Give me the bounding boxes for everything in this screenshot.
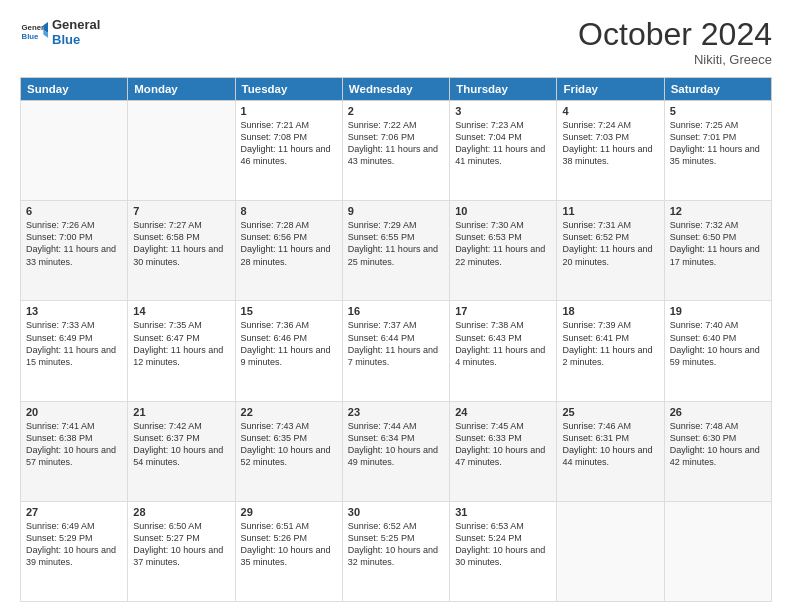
- day-number-2: 2: [348, 105, 444, 117]
- day-info-7: Sunrise: 7:27 AMSunset: 6:58 PMDaylight:…: [133, 219, 229, 268]
- cell-1-6: 12Sunrise: 7:32 AMSunset: 6:50 PMDayligh…: [664, 201, 771, 301]
- svg-text:Blue: Blue: [22, 32, 40, 41]
- day-info-22: Sunrise: 7:43 AMSunset: 6:35 PMDaylight:…: [241, 420, 337, 469]
- header-friday: Friday: [557, 78, 664, 101]
- day-number-26: 26: [670, 406, 766, 418]
- cell-4-2: 29Sunrise: 6:51 AMSunset: 5:26 PMDayligh…: [235, 501, 342, 601]
- cell-2-0: 13Sunrise: 7:33 AMSunset: 6:49 PMDayligh…: [21, 301, 128, 401]
- cell-1-3: 9Sunrise: 7:29 AMSunset: 6:55 PMDaylight…: [342, 201, 449, 301]
- day-number-29: 29: [241, 506, 337, 518]
- day-info-13: Sunrise: 7:33 AMSunset: 6:49 PMDaylight:…: [26, 319, 122, 368]
- logo: General Blue General Blue: [20, 18, 100, 48]
- cell-0-4: 3Sunrise: 7:23 AMSunset: 7:04 PMDaylight…: [450, 101, 557, 201]
- day-info-23: Sunrise: 7:44 AMSunset: 6:34 PMDaylight:…: [348, 420, 444, 469]
- week-row-3: 20Sunrise: 7:41 AMSunset: 6:38 PMDayligh…: [21, 401, 772, 501]
- month-title: October 2024: [578, 18, 772, 50]
- day-info-15: Sunrise: 7:36 AMSunset: 6:46 PMDaylight:…: [241, 319, 337, 368]
- day-number-10: 10: [455, 205, 551, 217]
- day-info-14: Sunrise: 7:35 AMSunset: 6:47 PMDaylight:…: [133, 319, 229, 368]
- cell-1-4: 10Sunrise: 7:30 AMSunset: 6:53 PMDayligh…: [450, 201, 557, 301]
- cell-3-0: 20Sunrise: 7:41 AMSunset: 6:38 PMDayligh…: [21, 401, 128, 501]
- logo-general: General: [52, 18, 100, 33]
- day-number-3: 3: [455, 105, 551, 117]
- day-info-12: Sunrise: 7:32 AMSunset: 6:50 PMDaylight:…: [670, 219, 766, 268]
- weekday-header-row: Sunday Monday Tuesday Wednesday Thursday…: [21, 78, 772, 101]
- calendar-table: Sunday Monday Tuesday Wednesday Thursday…: [20, 77, 772, 602]
- cell-4-0: 27Sunrise: 6:49 AMSunset: 5:29 PMDayligh…: [21, 501, 128, 601]
- cell-3-3: 23Sunrise: 7:44 AMSunset: 6:34 PMDayligh…: [342, 401, 449, 501]
- day-info-16: Sunrise: 7:37 AMSunset: 6:44 PMDaylight:…: [348, 319, 444, 368]
- week-row-2: 13Sunrise: 7:33 AMSunset: 6:49 PMDayligh…: [21, 301, 772, 401]
- page: General Blue General Blue October 2024 N…: [0, 0, 792, 612]
- day-info-9: Sunrise: 7:29 AMSunset: 6:55 PMDaylight:…: [348, 219, 444, 268]
- day-number-25: 25: [562, 406, 658, 418]
- day-info-8: Sunrise: 7:28 AMSunset: 6:56 PMDaylight:…: [241, 219, 337, 268]
- day-number-28: 28: [133, 506, 229, 518]
- day-info-11: Sunrise: 7:31 AMSunset: 6:52 PMDaylight:…: [562, 219, 658, 268]
- day-info-19: Sunrise: 7:40 AMSunset: 6:40 PMDaylight:…: [670, 319, 766, 368]
- day-info-3: Sunrise: 7:23 AMSunset: 7:04 PMDaylight:…: [455, 119, 551, 168]
- day-number-11: 11: [562, 205, 658, 217]
- day-number-22: 22: [241, 406, 337, 418]
- day-info-21: Sunrise: 7:42 AMSunset: 6:37 PMDaylight:…: [133, 420, 229, 469]
- header-wednesday: Wednesday: [342, 78, 449, 101]
- cell-2-6: 19Sunrise: 7:40 AMSunset: 6:40 PMDayligh…: [664, 301, 771, 401]
- day-number-27: 27: [26, 506, 122, 518]
- cell-4-5: [557, 501, 664, 601]
- cell-3-6: 26Sunrise: 7:48 AMSunset: 6:30 PMDayligh…: [664, 401, 771, 501]
- header-saturday: Saturday: [664, 78, 771, 101]
- day-info-4: Sunrise: 7:24 AMSunset: 7:03 PMDaylight:…: [562, 119, 658, 168]
- day-number-23: 23: [348, 406, 444, 418]
- cell-0-0: [21, 101, 128, 201]
- header-thursday: Thursday: [450, 78, 557, 101]
- day-info-28: Sunrise: 6:50 AMSunset: 5:27 PMDaylight:…: [133, 520, 229, 569]
- day-number-12: 12: [670, 205, 766, 217]
- day-info-18: Sunrise: 7:39 AMSunset: 6:41 PMDaylight:…: [562, 319, 658, 368]
- day-info-1: Sunrise: 7:21 AMSunset: 7:08 PMDaylight:…: [241, 119, 337, 168]
- day-info-26: Sunrise: 7:48 AMSunset: 6:30 PMDaylight:…: [670, 420, 766, 469]
- logo-blue: Blue: [52, 33, 100, 48]
- title-block: October 2024 Nikiti, Greece: [578, 18, 772, 67]
- cell-2-4: 17Sunrise: 7:38 AMSunset: 6:43 PMDayligh…: [450, 301, 557, 401]
- cell-4-4: 31Sunrise: 6:53 AMSunset: 5:24 PMDayligh…: [450, 501, 557, 601]
- location: Nikiti, Greece: [578, 52, 772, 67]
- day-number-24: 24: [455, 406, 551, 418]
- header-tuesday: Tuesday: [235, 78, 342, 101]
- day-info-24: Sunrise: 7:45 AMSunset: 6:33 PMDaylight:…: [455, 420, 551, 469]
- day-number-14: 14: [133, 305, 229, 317]
- day-info-29: Sunrise: 6:51 AMSunset: 5:26 PMDaylight:…: [241, 520, 337, 569]
- cell-0-1: [128, 101, 235, 201]
- day-number-4: 4: [562, 105, 658, 117]
- week-row-1: 6Sunrise: 7:26 AMSunset: 7:00 PMDaylight…: [21, 201, 772, 301]
- day-number-13: 13: [26, 305, 122, 317]
- cell-2-2: 15Sunrise: 7:36 AMSunset: 6:46 PMDayligh…: [235, 301, 342, 401]
- day-info-25: Sunrise: 7:46 AMSunset: 6:31 PMDaylight:…: [562, 420, 658, 469]
- day-info-6: Sunrise: 7:26 AMSunset: 7:00 PMDaylight:…: [26, 219, 122, 268]
- day-number-19: 19: [670, 305, 766, 317]
- cell-0-5: 4Sunrise: 7:24 AMSunset: 7:03 PMDaylight…: [557, 101, 664, 201]
- day-number-5: 5: [670, 105, 766, 117]
- cell-0-3: 2Sunrise: 7:22 AMSunset: 7:06 PMDaylight…: [342, 101, 449, 201]
- week-row-0: 1Sunrise: 7:21 AMSunset: 7:08 PMDaylight…: [21, 101, 772, 201]
- day-info-2: Sunrise: 7:22 AMSunset: 7:06 PMDaylight:…: [348, 119, 444, 168]
- day-number-18: 18: [562, 305, 658, 317]
- cell-0-2: 1Sunrise: 7:21 AMSunset: 7:08 PMDaylight…: [235, 101, 342, 201]
- cell-0-6: 5Sunrise: 7:25 AMSunset: 7:01 PMDaylight…: [664, 101, 771, 201]
- header: General Blue General Blue October 2024 N…: [20, 18, 772, 67]
- day-info-27: Sunrise: 6:49 AMSunset: 5:29 PMDaylight:…: [26, 520, 122, 569]
- cell-2-3: 16Sunrise: 7:37 AMSunset: 6:44 PMDayligh…: [342, 301, 449, 401]
- cell-4-1: 28Sunrise: 6:50 AMSunset: 5:27 PMDayligh…: [128, 501, 235, 601]
- day-number-1: 1: [241, 105, 337, 117]
- week-row-4: 27Sunrise: 6:49 AMSunset: 5:29 PMDayligh…: [21, 501, 772, 601]
- day-number-6: 6: [26, 205, 122, 217]
- header-sunday: Sunday: [21, 78, 128, 101]
- day-info-31: Sunrise: 6:53 AMSunset: 5:24 PMDaylight:…: [455, 520, 551, 569]
- day-number-17: 17: [455, 305, 551, 317]
- cell-2-5: 18Sunrise: 7:39 AMSunset: 6:41 PMDayligh…: [557, 301, 664, 401]
- day-number-9: 9: [348, 205, 444, 217]
- cell-1-5: 11Sunrise: 7:31 AMSunset: 6:52 PMDayligh…: [557, 201, 664, 301]
- cell-4-3: 30Sunrise: 6:52 AMSunset: 5:25 PMDayligh…: [342, 501, 449, 601]
- day-number-15: 15: [241, 305, 337, 317]
- cell-1-0: 6Sunrise: 7:26 AMSunset: 7:00 PMDaylight…: [21, 201, 128, 301]
- cell-3-4: 24Sunrise: 7:45 AMSunset: 6:33 PMDayligh…: [450, 401, 557, 501]
